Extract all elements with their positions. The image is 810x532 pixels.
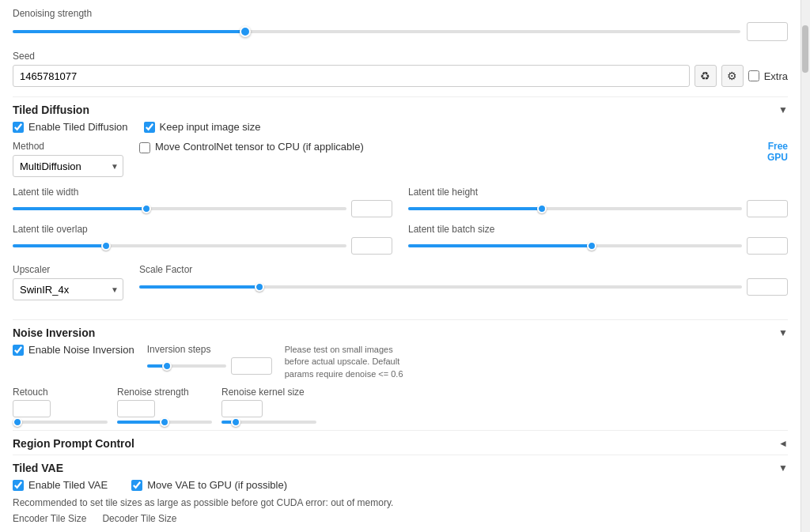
- enable-noise-checkbox[interactable]: [13, 345, 24, 356]
- extra-checkbox-row[interactable]: Extra: [748, 70, 788, 82]
- move-vae-row[interactable]: Move VAE to GPU (if possible): [131, 479, 287, 491]
- vae-options-row: Enable Tiled VAE Move VAE to GPU (if pos…: [13, 479, 788, 491]
- scale-factor-input-row: 2: [139, 278, 788, 296]
- inversion-steps-label: Inversion steps: [147, 344, 272, 355]
- enable-noise-row[interactable]: Enable Noise Inversion: [13, 344, 134, 356]
- latent-tile-height-slider[interactable]: [408, 203, 742, 214]
- latent-tile-overlap-slider[interactable]: [13, 240, 346, 251]
- tile-params-grid: Latent tile width 96 Latent tile height: [13, 187, 788, 255]
- encoder-tile-size-label: Encoder Tile Size: [13, 513, 86, 524]
- latent-tile-batch-input[interactable]: 4: [747, 237, 788, 255]
- denoising-section: Denoising strength 0.3: [13, 8, 788, 41]
- latent-tile-batch-input-row: 4: [408, 237, 788, 255]
- scale-col: Scale Factor 2: [139, 264, 788, 296]
- vae-note: Recommended to set tile sizes as large a…: [13, 497, 788, 508]
- renoise-strength-param: Renoise strength 1: [117, 387, 212, 422]
- tiled-diffusion-content: Enable Tiled Diffusion Keep input image …: [13, 121, 788, 319]
- gear-icon: ⚙: [727, 70, 737, 82]
- enable-tiled-diffusion-label: Enable Tiled Diffusion: [28, 121, 128, 133]
- renoise-strength-input[interactable]: 1: [117, 400, 155, 417]
- method-select[interactable]: MultiDiffusion Mixture of Diffusers: [13, 155, 123, 177]
- tiled-diffusion-title: Tiled Diffusion: [13, 104, 89, 116]
- latent-tile-width-input-row: 96: [13, 200, 392, 217]
- upscaler-col: Upscaler SwinIR_4x ▼: [13, 264, 123, 300]
- inversion-steps-slider[interactable]: [147, 360, 226, 372]
- renoise-kernel-input-row: 64: [221, 400, 316, 417]
- latent-tile-batch-group: Latent tile batch size 4: [408, 224, 788, 255]
- retouch-input[interactable]: 1: [13, 400, 51, 417]
- denoising-track: [13, 30, 740, 33]
- method-select-wrapper: MultiDiffusion Mixture of Diffusers ▼: [13, 155, 123, 177]
- recycle-icon: ♻: [700, 70, 710, 82]
- upscaler-row: Upscaler SwinIR_4x ▼ Scale Factor: [13, 264, 788, 300]
- method-label: Method: [13, 141, 123, 152]
- vae-bottom-row: Encoder Tile Size Decoder Tile Size: [13, 513, 788, 524]
- upscaler-select[interactable]: SwinIR_4x: [13, 278, 123, 300]
- denoising-slider-row: 0.3: [13, 22, 788, 41]
- latent-tile-width-label: Latent tile width: [13, 187, 392, 198]
- noise-params-row: Retouch 1 Renoise strength 1: [13, 387, 788, 422]
- keep-input-label: Keep input image size: [160, 121, 261, 133]
- keep-input-checkbox[interactable]: [144, 122, 155, 133]
- inversion-steps-input[interactable]: 15: [231, 357, 272, 375]
- denoising-fill: [13, 30, 245, 33]
- retouch-label: Retouch: [13, 387, 108, 398]
- enable-tiled-diffusion-checkbox[interactable]: [13, 122, 24, 133]
- tiled-options-row: Enable Tiled Diffusion Keep input image …: [13, 121, 788, 133]
- scale-factor-slider[interactable]: [139, 281, 742, 292]
- gear-icon-btn[interactable]: ⚙: [721, 65, 744, 87]
- renoise-strength-input-row: 1: [117, 400, 212, 417]
- controlnet-col: Move ControlNet tensor to CPU (if applic…: [139, 141, 751, 153]
- renoise-kernel-param: Renoise kernel size 64: [221, 387, 316, 422]
- encoder-tile-size-param: Encoder Tile Size: [13, 513, 86, 524]
- decoder-tile-size-param: Decoder Tile Size: [102, 513, 176, 524]
- seed-input[interactable]: [13, 65, 690, 87]
- tiled-vae-arrow: ▼: [778, 462, 788, 474]
- latent-tile-height-input-row: 96: [408, 200, 788, 217]
- controlnet-row[interactable]: Move ControlNet tensor to CPU (if applic…: [139, 141, 751, 153]
- latent-tile-height-group: Latent tile height 96: [408, 187, 788, 217]
- retouch-input-row: 1: [13, 400, 108, 417]
- extra-checkbox[interactable]: [748, 70, 759, 81]
- enable-tiled-diffusion-row[interactable]: Enable Tiled Diffusion: [13, 121, 128, 133]
- latent-tile-width-input[interactable]: 96: [351, 200, 392, 217]
- tiled-diffusion-arrow: ▼: [778, 104, 788, 115]
- noise-main-row: Enable Noise Inversion Inversion steps 1…: [13, 344, 788, 380]
- denoising-thumb: [240, 26, 251, 37]
- latent-tile-height-input[interactable]: 96: [747, 200, 788, 217]
- inversion-steps-row: 15: [147, 357, 272, 375]
- upscaler-select-wrapper: SwinIR_4x ▼: [13, 278, 123, 300]
- controlnet-checkbox[interactable]: [139, 142, 150, 153]
- scrollbar[interactable]: [801, 0, 810, 532]
- move-vae-checkbox[interactable]: [131, 480, 142, 491]
- move-vae-label: Move VAE to GPU (if possible): [147, 479, 287, 491]
- seed-row: ♻ ⚙ Extra: [13, 65, 788, 87]
- latent-tile-overlap-input[interactable]: 48: [351, 237, 392, 255]
- recycle-icon-btn[interactable]: ♻: [695, 65, 717, 87]
- enable-tiled-vae-checkbox[interactable]: [13, 480, 24, 491]
- tiled-vae-title: Tiled VAE: [13, 462, 63, 474]
- scale-factor-label: Scale Factor: [139, 264, 788, 275]
- renoise-strength-label: Renoise strength: [117, 387, 212, 398]
- enable-tiled-vae-row[interactable]: Enable Tiled VAE: [13, 479, 108, 491]
- keep-input-row[interactable]: Keep input image size: [144, 121, 261, 133]
- enable-tiled-vae-label: Enable Tiled VAE: [28, 479, 108, 491]
- latent-tile-width-group: Latent tile width 96: [13, 187, 392, 217]
- tiled-vae-header[interactable]: Tiled VAE ▼: [13, 455, 788, 479]
- scrollbar-thumb[interactable]: [802, 25, 808, 73]
- method-row: Method MultiDiffusion Mixture of Diffuse…: [13, 141, 788, 177]
- latent-tile-batch-label: Latent tile batch size: [408, 224, 788, 235]
- free-gpu-label: FreeGPU: [767, 141, 788, 164]
- extra-label: Extra: [764, 70, 788, 82]
- retouch-param: Retouch 1: [13, 387, 108, 422]
- denoising-value-input[interactable]: 0.3: [747, 22, 788, 41]
- region-prompt-header[interactable]: Region Prompt Control ◄: [13, 430, 788, 455]
- denoising-slider[interactable]: [13, 25, 740, 38]
- latent-tile-overlap-input-row: 48: [13, 237, 392, 255]
- renoise-kernel-input[interactable]: 64: [221, 400, 263, 417]
- scale-factor-input[interactable]: 2: [747, 278, 788, 296]
- noise-inversion-header[interactable]: Noise Inversion ▼: [13, 319, 788, 344]
- latent-tile-width-slider[interactable]: [13, 203, 346, 214]
- latent-tile-batch-slider[interactable]: [408, 240, 742, 251]
- tiled-diffusion-header[interactable]: Tiled Diffusion ▼: [13, 96, 788, 121]
